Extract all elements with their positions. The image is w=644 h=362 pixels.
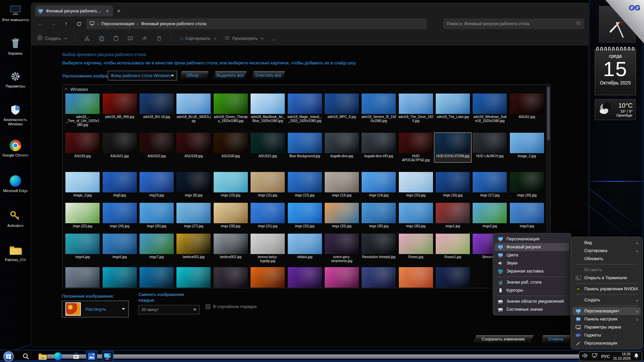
wallpaper-thumbnail[interactable] bbox=[436, 133, 470, 153]
wallpaper-thumbnail[interactable] bbox=[103, 172, 137, 192]
wallpaper-thumbnail[interactable] bbox=[103, 133, 137, 153]
wallpaper-thumbnail[interactable] bbox=[288, 234, 322, 254]
wallpaper-thumbnail[interactable] bbox=[288, 267, 322, 288]
wallpaper-item[interactable]: image_2.jpg bbox=[508, 133, 545, 162]
wallpaper-thumbnail[interactable] bbox=[103, 203, 137, 223]
wallpaper-thumbnail[interactable] bbox=[251, 267, 285, 288]
wallpaper-item[interactable]: imgx (8).jpg bbox=[175, 172, 212, 197]
menu-item[interactable]: Сортировка› bbox=[573, 247, 641, 255]
wallpaper-item[interactable]: adni18_Serene_III_1920x1080.jpg bbox=[360, 94, 397, 127]
wallpaper-item[interactable]: imgx (36).jpg bbox=[397, 203, 434, 228]
group-header-windows[interactable]: Windows bbox=[65, 87, 88, 92]
wallpaper-thumbnail[interactable] bbox=[473, 94, 507, 114]
wallpaper-item[interactable]: ASUS1.jpg bbox=[508, 94, 545, 127]
wallpaper-item[interactable] bbox=[434, 267, 471, 288]
wallpaper-item[interactable]: adni18_BLUE_SKIES.jpg bbox=[175, 94, 212, 127]
wallpaper-item[interactable]: ASUS28.jpg bbox=[175, 133, 212, 162]
taskbar-button-start[interactable] bbox=[3, 351, 14, 362]
wallpaper-item[interactable]: Roses1.jpg bbox=[434, 234, 471, 263]
wallpaper-thumbnail[interactable] bbox=[176, 267, 211, 288]
wallpaper-thumbnail[interactable] bbox=[103, 234, 137, 254]
breadcrumb-segment-personalization[interactable]: Персонализация bbox=[101, 21, 134, 26]
wallpaper-item[interactable]: img0.jpg bbox=[101, 172, 138, 197]
wallpaper-thumbnail[interactable] bbox=[214, 203, 248, 223]
wallpaper-item[interactable] bbox=[64, 267, 101, 288]
menu-item[interactable]: Экранная заставка bbox=[495, 267, 569, 275]
wallpaper-item[interactable] bbox=[138, 267, 175, 288]
wallpaper-thumbnail[interactable] bbox=[103, 267, 137, 288]
wallpaper-thumbnail[interactable] bbox=[325, 94, 359, 114]
wallpaper-item[interactable]: imgx (28).jpg bbox=[212, 203, 249, 228]
wallpaper-thumbnail[interactable] bbox=[140, 172, 174, 192]
wallpaper-thumbnail[interactable] bbox=[140, 267, 174, 288]
wallpaper-item[interactable]: lambce002.jpg bbox=[212, 234, 249, 263]
wallpaper-item[interactable] bbox=[360, 267, 397, 288]
menu-item[interactable]: Персонализация bbox=[573, 339, 641, 347]
delete-icon[interactable] bbox=[156, 36, 162, 41]
change-interval-select[interactable]: 30 минут bbox=[139, 305, 200, 314]
share-icon[interactable] bbox=[142, 36, 148, 41]
wallpaper-thumbnail[interactable] bbox=[362, 234, 396, 254]
desktop-icon-computer[interactable]: Этот компьютер bbox=[1, 3, 30, 22]
wallpaper-item[interactable]: Blue Background.jpg bbox=[286, 133, 323, 162]
wallpaper-item[interactable]: imgx (24).jpg bbox=[101, 203, 138, 228]
up-icon[interactable]: ↑ bbox=[61, 19, 71, 29]
wallpaper-item[interactable]: imgx2.jpg bbox=[471, 203, 508, 228]
copy-icon[interactable] bbox=[99, 36, 104, 41]
wallpaper-thumbnail[interactable] bbox=[325, 234, 359, 254]
wallpaper-item[interactable]: Resolution Intrepid.jpg bbox=[360, 234, 397, 263]
wallpaper-item[interactable]: imgx4.jpg bbox=[64, 234, 101, 263]
wallpaper-item[interactable]: imgx3.jpg bbox=[508, 203, 545, 228]
desktop-icon-key[interactable]: Activators bbox=[1, 209, 30, 228]
wallpaper-item[interactable]: HUD LAUNCH.jpg bbox=[471, 133, 508, 162]
wallpaper-item[interactable]: img19.jpg bbox=[138, 172, 175, 197]
wallpaper-item[interactable]: imgx (26).jpg bbox=[138, 203, 175, 228]
scrollbar-thumb[interactable] bbox=[547, 87, 550, 140]
wallpaper-thumbnail[interactable] bbox=[251, 234, 285, 254]
tray-clock[interactable]: 19:26 15.10.2025 bbox=[613, 352, 631, 361]
menu-item[interactable]: Системные значки bbox=[495, 305, 569, 313]
refresh-icon[interactable] bbox=[73, 19, 84, 29]
wallpaper-thumbnail[interactable] bbox=[214, 133, 248, 153]
menu-item[interactable]: Панель настроек› bbox=[573, 315, 641, 323]
taskbar-button-file-explorer[interactable] bbox=[37, 351, 48, 362]
shuffle-checkbox[interactable] bbox=[206, 304, 210, 309]
wallpaper-thumbnail[interactable] bbox=[214, 94, 248, 114]
taskbar-button-search[interactable] bbox=[20, 351, 32, 362]
wallpaper-item[interactable]: adni18_MPC_II.jpg bbox=[323, 94, 360, 127]
wallpaper-thumbnail[interactable] bbox=[399, 234, 433, 254]
wallpaper-item[interactable]: imgx (13).jpg bbox=[323, 172, 360, 197]
wallpaper-item[interactable]: imgx (31).jpg bbox=[249, 203, 286, 228]
menu-item[interactable]: Цвета bbox=[495, 251, 569, 259]
wallpaper-thumbnail[interactable] bbox=[176, 133, 211, 153]
taskbar-button-display-settings-app[interactable] bbox=[102, 351, 113, 362]
wallpaper-thumbnail[interactable] bbox=[251, 203, 285, 223]
wallpaper-thumbnail[interactable] bbox=[288, 203, 322, 223]
wallpaper-thumbnail[interactable] bbox=[65, 234, 100, 254]
wallpaper-thumbnail[interactable] bbox=[251, 172, 285, 192]
desktop-icon-recycle-bin[interactable]: Корзина bbox=[1, 37, 30, 56]
wallpaper-thumbnail[interactable] bbox=[399, 172, 433, 192]
wallpaper-item[interactable]: imgx (12).jpg bbox=[286, 172, 323, 197]
wallpaper-item[interactable] bbox=[323, 267, 360, 288]
wallpaper-thumbnail[interactable] bbox=[251, 94, 285, 114]
wallpaper-thumbnail[interactable] bbox=[399, 94, 433, 114]
wallpaper-thumbnail[interactable] bbox=[214, 234, 248, 254]
select-all-button[interactable]: Выделить все bbox=[213, 71, 247, 80]
menu-item[interactable]: Гаджеты bbox=[573, 331, 641, 339]
menu-item[interactable]: Фоновый рисунок bbox=[495, 243, 569, 251]
picture-location-select[interactable]: Фоны рабочего стола Windows bbox=[108, 71, 177, 80]
desktop-icon-gear[interactable]: Параметры bbox=[1, 70, 30, 88]
wallpaper-item[interactable]: imgx (10).jpg bbox=[212, 172, 249, 197]
wallpaper-thumbnail[interactable] bbox=[65, 267, 100, 288]
forward-icon[interactable]: → bbox=[48, 19, 59, 29]
browse-button[interactable]: Обзор... bbox=[180, 71, 209, 80]
wallpaper-thumbnail[interactable] bbox=[251, 133, 285, 153]
taskbar-button-photos[interactable] bbox=[86, 351, 97, 362]
wallpaper-thumbnail[interactable] bbox=[214, 267, 248, 288]
wallpaper-item[interactable]: imgx (33).jpg bbox=[323, 203, 360, 228]
tab-close-icon[interactable]: × bbox=[104, 8, 110, 14]
wallpaper-item[interactable]: imgx (15).jpg bbox=[397, 172, 434, 197]
wallpaper-thumbnail[interactable] bbox=[176, 172, 211, 192]
wallpaper-item[interactable]: imgx (11).jpg bbox=[249, 172, 286, 197]
